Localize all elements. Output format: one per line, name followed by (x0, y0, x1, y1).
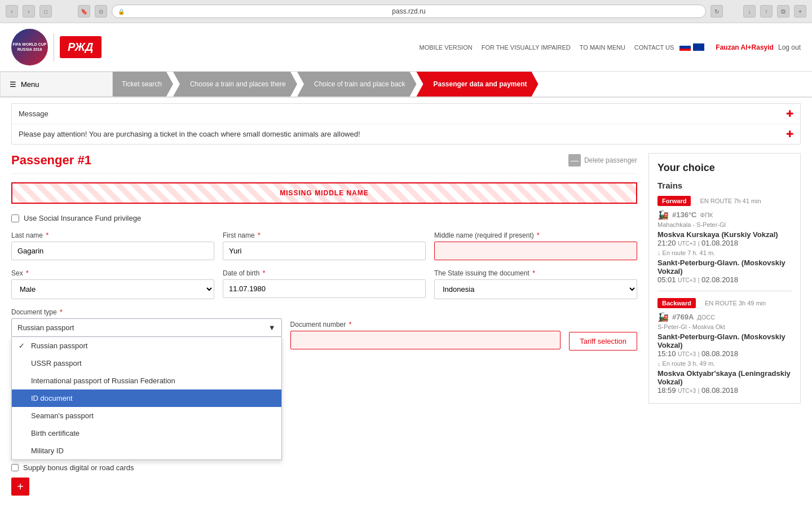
dob-input[interactable] (223, 279, 426, 298)
visually-impaired-link[interactable]: FOR THE VISUALLY IMPAIRED (482, 44, 571, 51)
forward-depart: 21:20 UTC+3 | 01.08.2018 (657, 239, 792, 247)
forward-badge: Forward (657, 196, 691, 206)
dob-group: Date of birth * (223, 269, 426, 299)
delete-label: Delete passenger (584, 156, 637, 164)
share-button[interactable]: ↑ (760, 5, 773, 17)
doc-type-trigger[interactable]: Russian passport ▼ (11, 318, 282, 337)
doc-option-ussr-passport[interactable]: USSR passport (12, 354, 281, 372)
doc-type-group: Document type * Russian passport ▼ ✓ Rus… (11, 308, 282, 337)
forward-train-info: 🚂 #136°C ФПК (657, 209, 792, 220)
url-text: pass.rzd.ru (392, 7, 425, 15)
state-label: The State issuing the document * (434, 269, 637, 277)
address-bar[interactable]: 🔒 pass.rzd.ru (112, 5, 706, 18)
tariff-btn-wrapper: Tariff selection (569, 308, 637, 351)
refresh-button[interactable]: ↻ (710, 5, 723, 17)
doc-option-seamans-passport[interactable]: Seaman's passport (12, 407, 281, 424)
step-label: Choice of train and place back (314, 80, 405, 88)
fifa-logo: FIFA WORLD CUP RUSSIA 2018 (11, 29, 48, 65)
contact-link[interactable]: CONTACT US (634, 44, 674, 51)
first-name-input[interactable] (223, 242, 426, 260)
window-button[interactable]: ⧉ (777, 5, 789, 17)
tab-button[interactable]: □ (39, 5, 52, 17)
forward-train-number: #136°C (672, 211, 697, 219)
train-separator (657, 291, 792, 291)
step-choose-train[interactable]: Choose a train and places there (173, 72, 297, 97)
step-passenger-data[interactable]: Passenger data and payment (416, 72, 538, 97)
checkmark-icon: ✓ (19, 341, 27, 350)
backward-en-route-header: EN ROUTE 3h 49 min (705, 300, 766, 306)
menu-button[interactable]: ☰ Menu (0, 72, 113, 97)
social-insurance-checkbox[interactable] (11, 214, 19, 222)
add-passenger-button[interactable]: + (11, 478, 29, 496)
hamburger-icon: ☰ (10, 80, 16, 89)
new-tab-button[interactable]: + (794, 5, 806, 17)
doc-type-menu: ✓ Russian passport USSR passport Interna… (11, 337, 282, 460)
sex-label: Sex * (11, 269, 214, 277)
forward-station-from: Moskva Kurskaya (Kurskiy Vokzal) (657, 230, 792, 239)
message-row-2: Please pay attention! You are purchasing… (12, 124, 800, 144)
page-header: FIFA WORLD CUP RUSSIA 2018 РЖД MOBILE VE… (0, 23, 812, 72)
sex-select[interactable]: Male Female (11, 279, 214, 299)
english-flag[interactable] (693, 43, 704, 51)
doc-option-id-document[interactable]: ID document (12, 389, 281, 407)
doc-number-input[interactable] (290, 331, 561, 349)
forward-button[interactable]: › (23, 5, 35, 17)
bookmark-button[interactable]: 🔖 (78, 5, 90, 17)
supply-bonus-row: Supply bonus digital or road cards (11, 463, 637, 472)
middle-name-input[interactable] (434, 242, 637, 260)
step-label: Passenger data and payment (433, 80, 527, 88)
russian-flag[interactable] (679, 43, 691, 51)
lock-icon: 🔒 (118, 8, 125, 15)
sidebar-title: Your choice (657, 162, 792, 174)
doc-type-selected: Russian passport (17, 323, 74, 332)
doc-option-international-passport[interactable]: International passport of Russian Federa… (12, 372, 281, 389)
step-ticket-search[interactable]: Ticket search (113, 72, 173, 97)
sidebar: Your choice Trains Forward EN ROUTE 7h 4… (648, 153, 801, 496)
main-menu-link[interactable]: TO MAIN MENU (580, 44, 625, 51)
message-text: Please pay attention! You are purchasing… (19, 130, 360, 138)
backward-route-short: S-Peter-Gl - Moskva Okt (657, 323, 792, 330)
social-insurance-label: Use Social Insurance Fund privilege (24, 214, 141, 222)
name-row: Last name * First name * Middle name (re… (11, 231, 637, 260)
trains-section-title: Trains (657, 181, 792, 190)
mobile-version-link[interactable]: MOBILE VERSION (420, 44, 473, 51)
last-name-group: Last name * (11, 231, 214, 260)
step-choose-back[interactable]: Choice of train and place back (297, 72, 416, 97)
train-icon: 🚂 (657, 209, 669, 220)
train-icon-back: 🚂 (657, 312, 669, 322)
last-name-input[interactable] (11, 242, 214, 260)
forward-train: Forward EN ROUTE 7h 41 min 🚂 #136°C ФПК … (657, 196, 792, 284)
menu-label: Menu (21, 80, 39, 89)
backward-depart: 15:10 UTC+3 | 08.08.2018 (657, 349, 792, 358)
logo-divider (54, 33, 54, 62)
forward-arrive: 05:01 UTC+3 | 02.08.2018 (657, 275, 792, 284)
step-label: Ticket search (122, 80, 162, 88)
fifa-text: FIFA WORLD CUP RUSSIA 2018 (11, 42, 48, 52)
language-flags (679, 43, 704, 51)
forward-en-route-header: EN ROUTE 7h 41 min (700, 198, 761, 204)
circle-button[interactable]: ⊙ (95, 5, 107, 17)
back-button[interactable]: ‹ (6, 5, 18, 17)
doc-option-birth-certificate[interactable]: Birth certificate (12, 424, 281, 442)
backward-station-from: Sankt-Peterburg-Glavn. (Moskovskiy Vokza… (657, 332, 792, 349)
delete-passenger-button[interactable]: — Delete passenger (568, 154, 637, 167)
main-content: Passenger #1 — Delete passenger MISSING … (0, 153, 812, 496)
user-info: Fauzan Al+Rasyid Log out (716, 43, 801, 51)
doc-option-russian-passport[interactable]: ✓ Russian passport (12, 337, 281, 354)
forward-train-class: ФПК (700, 212, 713, 218)
supply-bonus-checkbox[interactable] (11, 464, 19, 471)
doc-option-military-id[interactable]: Military ID (12, 442, 281, 459)
backward-train: Backward EN ROUTE 3h 49 min 🚂 #769A ДОСС… (657, 298, 792, 395)
message-close-2[interactable]: ✚ (786, 129, 793, 139)
download-button[interactable]: ↓ (743, 5, 756, 17)
message-close-1[interactable]: ✚ (786, 108, 793, 119)
logout-button[interactable]: Log out (778, 43, 801, 51)
first-name-group: First name * (223, 231, 426, 260)
passenger-header: Passenger #1 — Delete passenger (11, 153, 637, 174)
form-section: Passenger #1 — Delete passenger MISSING … (11, 153, 637, 496)
tariff-selection-button[interactable]: Tariff selection (569, 332, 637, 351)
supply-bonus-label: Supply bonus digital or road cards (23, 463, 134, 472)
backward-en-route: ↓ En route 3 h. 49 m. (657, 360, 792, 367)
sex-dob-state-row: Sex * Male Female Date of birth * (11, 269, 637, 299)
state-select[interactable]: Indonesia Russia (434, 279, 637, 299)
